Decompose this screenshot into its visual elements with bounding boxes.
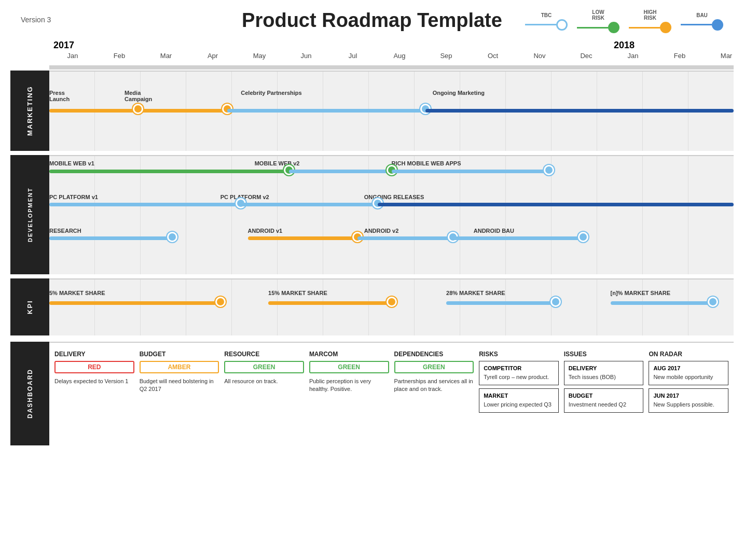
dashboard-content: DELIVERY RED Delays expected to Version … xyxy=(49,342,734,445)
month-jun: Jun xyxy=(283,51,329,61)
dependencies-card: DEPENDENCIES GREEN Partnerships and serv… xyxy=(394,351,474,394)
year-2017: 2017 Jan Feb Mar Apr May Jun Jul Aug Sep… xyxy=(49,37,610,65)
legend-tbc: TBC xyxy=(525,12,568,31)
delivery-card: DELIVERY RED Delays expected to Version … xyxy=(54,351,134,385)
month-oct: Oct xyxy=(470,51,516,61)
resource-text: All resource on track. xyxy=(224,377,304,385)
on-radar-subcard-1: AUG 2017 New mobile opportunity xyxy=(649,361,728,385)
android-v1-bar xyxy=(248,236,357,240)
android-v2-bar xyxy=(357,236,453,240)
issues-subcard-1: DELIVERY Tech issues (BOB) xyxy=(564,361,644,385)
legend-low-risk: LOW RISK xyxy=(577,9,619,33)
marcom-title: MARCOM xyxy=(309,351,389,358)
dependencies-title: DEPENDENCIES xyxy=(394,351,474,358)
budget-title: BUDGET xyxy=(140,351,219,358)
month-2018-feb: Feb xyxy=(656,51,703,61)
celebrity-partnerships-label: Celebrity Partnerships xyxy=(241,90,301,96)
budget-status: AMBER xyxy=(140,361,219,373)
ongoing-releases-label: ONGOING RELEASES xyxy=(364,194,424,200)
kpi-5pct-bar xyxy=(49,301,221,305)
legend-dot-high xyxy=(660,22,671,33)
android-bau-bar xyxy=(453,236,583,240)
legend-dot-tbc xyxy=(556,19,568,31)
pc-platform-v1-label: PC PLATFORM v1 xyxy=(49,194,98,200)
dashboard-section: DASHBOARD DELIVERY RED Delays expected t… xyxy=(10,342,734,445)
month-jul: Jul xyxy=(329,51,376,61)
kpi-28pct-dot xyxy=(550,297,561,307)
month-apr: Apr xyxy=(189,51,236,61)
month-sep: Sep xyxy=(423,51,470,61)
month-may: May xyxy=(236,51,283,61)
android-v2-label: ANDROID v2 xyxy=(364,228,399,234)
risks-sub2-title: MARKET xyxy=(484,392,554,400)
on-radar-title: ON RADAR xyxy=(649,351,728,358)
resource-card: RESOURCE GREEN All resource on track. xyxy=(224,351,304,385)
pc-v1-bar xyxy=(49,203,241,206)
kpi-label: KPI xyxy=(10,278,49,335)
page-header: Version 3 Product Roadmap Template TBC L… xyxy=(0,0,744,37)
delivery-title: DELIVERY xyxy=(54,351,134,358)
risks-sub1-text: Tyrell corp – new product. xyxy=(484,373,554,381)
pc-platform-v2-label: PC PLATFORM v2 xyxy=(221,194,269,200)
android-v1-label: ANDROID v1 xyxy=(248,228,283,234)
header-separator xyxy=(49,65,734,69)
media-campaign-label: MediaCampaign xyxy=(125,90,152,102)
on-radar-card: ON RADAR AUG 2017 New mobile opportunity… xyxy=(649,351,728,416)
marcom-text: Public perception is very healthy. Posit… xyxy=(309,377,389,394)
month-mar: Mar xyxy=(143,51,189,61)
ongoing-releases-bar xyxy=(378,203,734,206)
dependencies-text: Partnerships and services all in place a… xyxy=(394,377,474,394)
month-jan: Jan xyxy=(49,51,96,61)
kpi-5pct-dot xyxy=(215,297,226,307)
dependencies-status: GREEN xyxy=(394,361,474,373)
mobile-web-v1-label: MOBILE WEB v1 xyxy=(49,160,94,166)
month-nov: Nov xyxy=(516,51,563,61)
timeline-header: 2017 Jan Feb Mar Apr May Jun Jul Aug Sep… xyxy=(49,37,734,65)
legend-dot-bau xyxy=(712,19,723,31)
kpi-15pct-bar xyxy=(268,301,391,305)
research-bar xyxy=(49,236,172,240)
kpi-npct-bar xyxy=(611,301,713,305)
resource-status: GREEN xyxy=(224,361,304,373)
marcom-status: GREEN xyxy=(309,361,389,373)
month-2018-mar: Mar xyxy=(703,51,744,61)
ongoing-marketing-bar xyxy=(425,109,734,113)
marcom-card: MARCOM GREEN Public perception is very h… xyxy=(309,351,389,394)
risks-subcard-1: COMPETITOR Tyrell corp – new product. xyxy=(479,361,559,385)
month-dec: Dec xyxy=(563,51,610,61)
kpi-grid xyxy=(49,279,734,335)
issues-card: ISSUES DELIVERY Tech issues (BOB) BUDGET… xyxy=(564,351,644,416)
dashboard-label: DASHBOARD xyxy=(10,342,49,445)
kpi-npct-label: [n]% MARKET SHARE xyxy=(611,290,671,296)
mobile-web-v1-bar xyxy=(49,170,289,173)
risks-sub1-title: COMPETITOR xyxy=(484,365,554,372)
kpi-28pct-label: 28% MARKET SHARE xyxy=(446,290,505,296)
on-radar-subcard-2: JUN 2017 New Suppliers possible. xyxy=(649,388,728,413)
research-label: RESEARCH xyxy=(49,228,81,234)
version-label: Version 3 xyxy=(21,16,51,24)
issues-sub2-text: Investment needed Q2 xyxy=(569,401,639,409)
kpi-15pct-dot xyxy=(387,297,397,307)
month-feb: Feb xyxy=(96,51,143,61)
delivery-status: RED xyxy=(54,361,134,373)
marketing-label: MARKETING xyxy=(10,71,49,151)
sep1 xyxy=(10,151,734,155)
main-content: 2017 Jan Feb Mar Apr May Jun Jul Aug Sep… xyxy=(0,37,744,445)
development-label: DEVELOPMENT xyxy=(10,155,49,274)
legend-dot-low xyxy=(608,22,619,33)
android-bau-dot xyxy=(578,232,588,242)
kpi-15pct-label: 15% MARKET SHARE xyxy=(268,290,327,296)
dashboard-cards-row: DELIVERY RED Delays expected to Version … xyxy=(49,343,734,424)
mobile-web-v2-bar xyxy=(289,170,392,173)
rich-mobile-bar xyxy=(392,170,549,173)
pc-v2-bar xyxy=(241,203,378,206)
issues-title: ISSUES xyxy=(564,351,644,358)
year-2018: 2018 Jan Feb Mar xyxy=(610,37,744,65)
sep2 xyxy=(10,274,734,278)
risks-card: RISKS COMPETITOR Tyrell corp – new produ… xyxy=(479,351,559,416)
development-section: DEVELOPMENT MOBILE WEB v1 MOBILE WEB v2 … xyxy=(10,155,734,274)
issues-sub1-title: DELIVERY xyxy=(569,365,639,372)
issues-subcard-2: BUDGET Investment needed Q2 xyxy=(564,388,644,413)
issues-sub1-text: Tech issues (BOB) xyxy=(569,373,639,381)
sep3 xyxy=(10,335,734,342)
